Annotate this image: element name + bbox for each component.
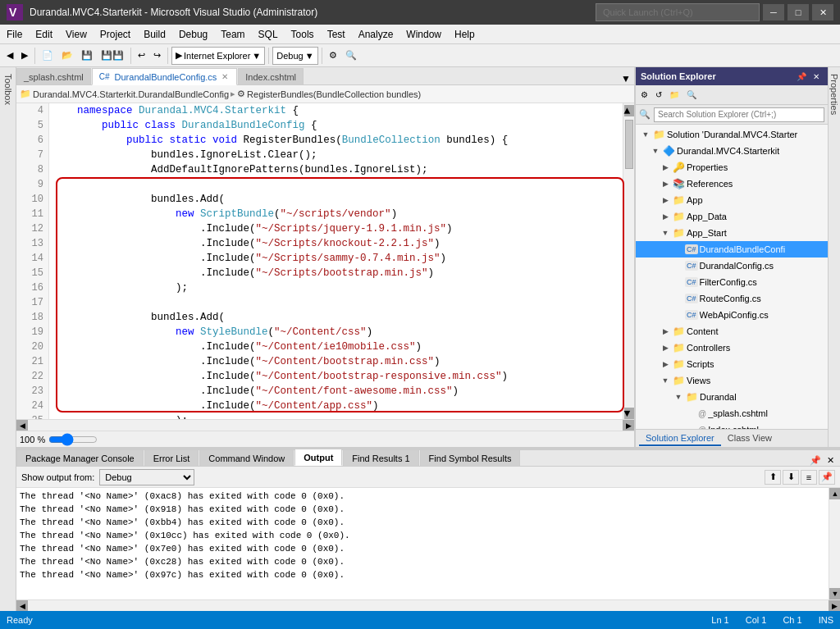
output-scroll-up[interactable]: ▲ [829,488,840,499]
se-search-input[interactable] [654,107,824,122]
tab-dropdown-btn[interactable]: ▼ [618,73,634,84]
minimize-button[interactable]: ─ [763,4,784,21]
tree-appdata[interactable]: ▶ 📁 App_Data [636,208,828,225]
toolbar-misc1[interactable]: ⚙ [326,47,340,65]
expand-content: ▶ [659,327,672,335]
tree-app[interactable]: ▶ 📁 App [636,192,828,208]
output-scroll-down[interactable]: ▼ [829,588,840,599]
quick-launch-input[interactable] [596,3,760,21]
tab-bundleconfig[interactable]: C# DurandalBundleConfig.cs ✕ [92,68,238,85]
menu-test[interactable]: Test [321,25,352,43]
se-tab-class-view[interactable]: Class View [721,431,778,446]
toolbar-sep5 [322,48,322,64]
expand-project: ▼ [649,147,662,155]
output-pin-btn[interactable]: 📌 [809,455,822,466]
expand-appstart: ▼ [659,229,672,237]
zoom-slider[interactable] [48,435,98,444]
tree-routeconfig[interactable]: C# RouteConfig.cs [636,290,828,307]
toolbar-undo[interactable]: ↩ [135,47,148,65]
tab-output[interactable]: Output [294,449,342,466]
toolbar-save[interactable]: 💾 [78,47,96,65]
tab-error-list[interactable]: Error List [144,449,199,466]
editor-vscroll[interactable]: ▲ ▼ [623,103,634,419]
hscroll-right[interactable]: ▶ [623,420,634,431]
durandalconfig-label: DurandalConfig.cs [700,261,774,271]
menu-debug[interactable]: Debug [172,25,214,43]
tree-index-cshtml[interactable]: @ Index.cshtml [636,422,828,429]
ln9: 9 [16,177,48,192]
tree-properties[interactable]: ▶ 🔑 Properties [636,159,828,175]
menu-sql[interactable]: SQL [252,25,285,43]
code-content[interactable]: namespace Durandal.MVC4.Starterkit { pub… [49,103,623,419]
debug-config-dropdown[interactable]: Debug ▼ [272,47,317,65]
tree-content[interactable]: ▶ 📁 Content [636,323,828,340]
tree-durandalconfig[interactable]: C# DurandalConfig.cs [636,258,828,274]
show-output-from-select[interactable]: Debug Build Package Manager [99,469,194,485]
code-line-9 [52,177,619,192]
tree-solution[interactable]: ▼ 📁 Solution 'Durandal.MVC4.Starter [636,126,828,143]
tab-find-symbol[interactable]: Find Symbol Results [420,449,521,466]
tree-controllers[interactable]: ▶ 📁 Controllers [636,340,828,356]
code-line-8: AddDefaultIgnorePatterns(bundles.IgnoreL… [52,162,619,177]
se-pin-btn[interactable]: 📌 [795,72,808,81]
scroll-thumb[interactable] [625,120,633,169]
tree-views[interactable]: ▼ 📁 Views [636,372,828,389]
menu-edit[interactable]: Edit [29,25,59,43]
tab-command-window[interactable]: Command Window [199,449,294,466]
tree-bundleconfig[interactable]: C# DurandalBundleConfi [636,241,828,258]
scroll-down-btn[interactable]: ▼ [624,408,634,419]
maximize-button[interactable]: □ [788,4,809,21]
scroll-up-btn[interactable]: ▲ [624,105,634,116]
menu-tools[interactable]: Tools [285,25,321,43]
toolbar-back[interactable]: ◀ [3,47,16,65]
hscroll-left[interactable]: ◀ [16,420,28,431]
se-close-btn[interactable]: ✕ [810,72,823,81]
toolbar-new[interactable]: 📄 [39,47,57,65]
browser-dropdown[interactable]: ▶ Internet Explorer ▼ [171,47,265,65]
tree-project[interactable]: ▼ 🔷 Durandal.MVC4.Starterkit [636,143,828,159]
tree-webapiconfig[interactable]: C# WebApiConfig.cs [636,307,828,323]
tree-durandal-folder[interactable]: ▼ 📁 Durandal [636,389,828,405]
output-clear-btn[interactable]: ⬆ [765,470,781,485]
tree-references[interactable]: ▶ 📚 References [636,175,828,192]
toolbar-misc2[interactable]: 🔍 [342,47,360,65]
output-pin-inner-btn[interactable]: 📌 [819,470,835,485]
code-editor[interactable]: 4 5 6 7 8 9 10 11 12 13 14 15 16 [16,103,634,419]
output-find-btn[interactable]: ≡ [801,470,817,485]
output-hscroll-left[interactable]: ◀ [16,600,28,611]
toolbar-forward[interactable]: ▶ [18,47,31,65]
menu-team[interactable]: Team [214,25,251,43]
tab-index[interactable]: Index.cshtml [238,68,304,84]
close-button[interactable]: ✕ [812,4,833,21]
menu-window[interactable]: Window [399,25,448,43]
se-tb-refresh[interactable]: ↺ [652,86,665,104]
output-close-btn[interactable]: ✕ [824,455,837,466]
menu-file[interactable]: File [0,25,29,43]
tab-splash[interactable]: _splash.cshtml [16,68,91,84]
tree-scripts[interactable]: ▶ 📁 Scripts [636,356,828,372]
menu-analyze[interactable]: Analyze [352,25,400,43]
output-wrap-btn[interactable]: ⬇ [783,470,799,485]
tab-bundleconfig-close[interactable]: ✕ [220,72,230,81]
tab-package-manager[interactable]: Package Manager Console [16,449,144,466]
se-tb-filter[interactable]: 🔍 [683,86,700,104]
toolbox-panel[interactable]: Toolbox [0,67,16,611]
se-tb-collapse[interactable]: 📁 [666,86,682,104]
toolbar-saveall[interactable]: 💾💾 [98,47,127,65]
status-ln: Ln 1 [711,615,728,625]
tree-filterconfig[interactable]: C# FilterConfig.cs [636,274,828,290]
menu-view[interactable]: View [59,25,94,43]
output-hscroll-right[interactable]: ▶ [829,600,840,611]
menu-project[interactable]: Project [94,25,137,43]
se-tab-solution-explorer[interactable]: Solution Explorer [639,431,721,446]
output-vscroll[interactable]: ▲ ▼ [829,488,840,599]
toolbar-open[interactable]: 📂 [58,47,76,65]
tree-splash[interactable]: @ _splash.cshtml [636,405,828,422]
properties-panel[interactable]: Properties [828,67,840,447]
tree-appstart[interactable]: ▼ 📁 App_Start [636,225,828,241]
menu-build[interactable]: Build [137,25,172,43]
tab-find-results[interactable]: Find Results 1 [343,449,418,466]
toolbar-redo[interactable]: ↪ [150,47,164,65]
menu-help[interactable]: Help [448,25,482,43]
se-tb-properties[interactable]: ⚙ [637,86,651,104]
